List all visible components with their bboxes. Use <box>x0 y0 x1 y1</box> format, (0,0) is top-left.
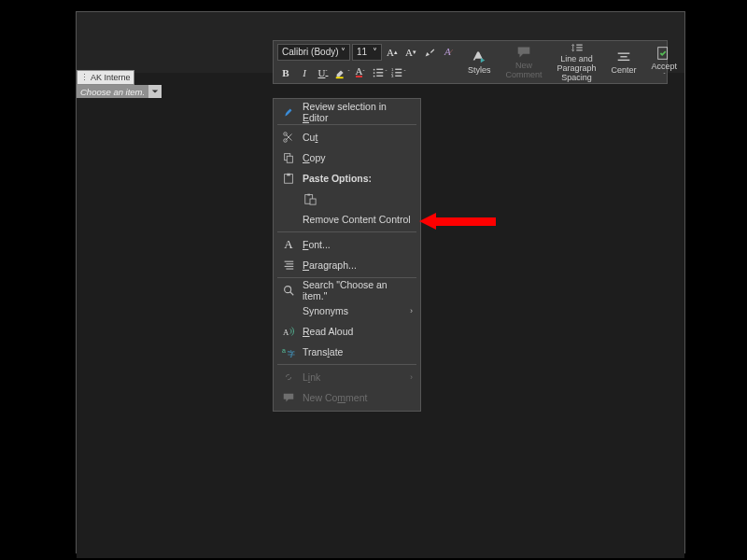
clear-formatting-button[interactable]: A⁄ <box>440 43 457 60</box>
line-spacing-icon <box>569 41 585 54</box>
highlight-button[interactable]: ˅ <box>333 64 350 81</box>
context-menu: Review selection in Editor Cut Copy Past… <box>273 98 421 412</box>
svg-rect-28 <box>310 199 316 204</box>
menu-paragraph[interactable]: Paragraph... <box>274 255 420 275</box>
menu-read-aloud[interactable]: A Read Aloud <box>274 321 420 342</box>
annotation-arrow <box>419 213 496 230</box>
font-name-select[interactable]: Calibri (Body)˅ <box>277 44 350 61</box>
chevron-down-icon: ˅ <box>373 47 377 57</box>
svg-rect-14 <box>576 47 582 48</box>
styles-icon <box>471 49 487 65</box>
menu-font[interactable]: A Font... <box>274 234 420 255</box>
svg-rect-6 <box>376 75 383 76</box>
svg-rect-0 <box>335 77 343 78</box>
menu-remove-content-control[interactable]: Remove Content Control <box>274 209 420 230</box>
svg-point-1 <box>373 68 374 70</box>
font-size-select[interactable]: 11˅ <box>352 44 382 61</box>
menu-translate[interactable]: a字 Translate <box>274 342 420 362</box>
svg-rect-18 <box>618 60 630 61</box>
accept-icon <box>655 45 672 62</box>
menu-copy[interactable]: Copy <box>274 147 420 168</box>
separator <box>277 124 416 125</box>
comment-icon <box>515 44 532 61</box>
menu-synonyms[interactable]: Synonyms › <box>274 301 420 321</box>
svg-rect-30 <box>286 263 293 264</box>
separator <box>277 277 416 278</box>
content-control-dropdown-button[interactable] <box>148 85 162 98</box>
scissors-icon <box>281 130 296 145</box>
decrease-font-size-button[interactable]: A▾ <box>402 44 419 61</box>
new-comment-button: New Comment <box>501 41 547 83</box>
content-control-tag-label: AK Interne <box>91 73 131 82</box>
svg-rect-19 <box>658 48 668 60</box>
arrow-head-icon <box>419 213 436 230</box>
svg-rect-31 <box>285 266 294 267</box>
svg-rect-29 <box>285 261 294 262</box>
svg-rect-10 <box>395 72 402 73</box>
svg-rect-15 <box>576 49 582 50</box>
svg-rect-2 <box>376 68 383 69</box>
chevron-right-icon: › <box>410 372 413 382</box>
mini-toolbar: Calibri (Body)˅ 11˅ A▴ A▾ B I U ˅ ˅ A˅ <box>273 40 668 84</box>
chevron-down-icon <box>151 88 159 95</box>
svg-text:A: A <box>283 328 289 337</box>
svg-rect-23 <box>287 156 292 162</box>
search-icon <box>281 283 296 298</box>
bold-button[interactable]: B <box>277 64 294 81</box>
center-align-icon <box>615 49 632 65</box>
translate-icon: a字 <box>281 344 296 359</box>
comment-icon <box>281 390 296 405</box>
menu-review-editor[interactable]: Review selection in Editor <box>274 102 420 122</box>
chevron-down-icon: ˅ <box>341 47 345 57</box>
separator <box>277 364 416 365</box>
svg-rect-13 <box>576 45 582 46</box>
svg-rect-25 <box>287 174 290 176</box>
highlight-icon <box>334 66 347 79</box>
bullets-icon <box>372 66 385 79</box>
increase-font-size-button[interactable]: A▴ <box>384 44 401 61</box>
svg-rect-8 <box>395 68 402 69</box>
numbering-icon: 123 <box>390 66 403 79</box>
svg-point-5 <box>373 75 374 77</box>
svg-rect-16 <box>618 53 630 54</box>
svg-text:字: 字 <box>288 350 295 358</box>
menu-paste-keep-source[interactable] <box>274 189 420 209</box>
svg-rect-17 <box>620 56 627 57</box>
menu-cut[interactable]: Cut <box>274 127 420 147</box>
styles-button[interactable]: Styles <box>463 41 496 83</box>
menu-paste-options-label: Paste Options: <box>274 168 420 189</box>
link-icon <box>281 370 296 385</box>
menu-search[interactable]: Search "Choose an item." <box>274 280 420 301</box>
brush-icon <box>423 46 436 59</box>
font-icon: A <box>281 237 296 252</box>
content-control-placeholder[interactable]: Choose an item. <box>77 85 148 98</box>
content-control-tag[interactable]: AK Interne <box>77 70 134 85</box>
italic-button[interactable]: I <box>296 64 313 81</box>
chevron-right-icon: › <box>410 306 413 315</box>
read-aloud-icon: A <box>281 324 296 339</box>
separator <box>277 231 416 232</box>
svg-point-3 <box>373 72 374 74</box>
svg-point-33 <box>285 287 291 293</box>
center-button[interactable]: Center <box>607 41 641 83</box>
paste-icon <box>281 171 296 186</box>
menu-new-comment: New Comment <box>274 387 420 408</box>
numbering-button[interactable]: 123˅ <box>389 64 406 81</box>
format-painter-button[interactable] <box>421 44 438 61</box>
bullets-button[interactable]: ˅ <box>371 64 388 81</box>
editor-icon <box>281 105 296 119</box>
chevron-down-icon: ˅ <box>663 73 666 79</box>
paragraph-icon <box>281 258 296 273</box>
svg-rect-12 <box>395 75 402 76</box>
line-spacing-button[interactable]: Line and Paragraph Spacing <box>553 41 601 83</box>
font-color-button[interactable]: A˅ <box>352 64 369 81</box>
paste-option-icon <box>303 191 317 206</box>
svg-text:3: 3 <box>390 74 393 78</box>
svg-rect-4 <box>376 72 383 73</box>
svg-rect-32 <box>286 269 293 270</box>
copy-icon <box>281 150 296 165</box>
svg-text:a: a <box>282 347 286 354</box>
underline-button[interactable]: U ˅ <box>315 64 331 81</box>
app-window: AK Interne Choose an item. Calibri (Body… <box>76 11 685 553</box>
accept-button[interactable]: Accept ˅ <box>647 41 683 83</box>
